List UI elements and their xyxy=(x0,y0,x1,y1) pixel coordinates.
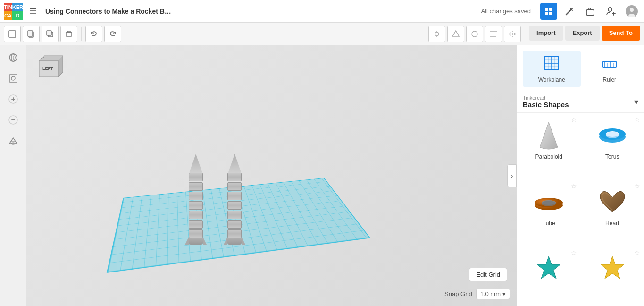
briefcase-icon xyxy=(585,7,595,16)
import-button[interactable]: Import xyxy=(529,26,563,41)
svg-rect-0 xyxy=(545,8,548,11)
collapse-panel-button[interactable]: › xyxy=(507,164,517,187)
svg-rect-35 xyxy=(9,75,17,82)
svg-marker-70 xyxy=(601,256,624,279)
shape-tube[interactable]: ☆ Tube xyxy=(517,179,581,246)
mirror-tool-button[interactable] xyxy=(504,26,521,42)
sendto-button[interactable]: Send To xyxy=(602,26,640,41)
star-yellow-icon xyxy=(596,252,629,285)
mirror-icon xyxy=(508,30,517,38)
star-teal-icon xyxy=(532,252,565,285)
zoom-out-button[interactable] xyxy=(5,111,22,128)
svg-text:LEFT: LEFT xyxy=(42,66,53,71)
torus-icon xyxy=(596,119,629,152)
save-status: All changes saved xyxy=(481,8,531,15)
shape-icon xyxy=(452,30,460,38)
svg-rect-14 xyxy=(9,31,16,37)
shape-library-meta: Tinkercad xyxy=(523,95,569,101)
right-panel: Workplane Ruler Tinkercad B xyxy=(517,45,644,306)
shape-star-teal[interactable]: ☆ xyxy=(517,246,581,306)
star-teal-favorite[interactable]: ☆ xyxy=(571,249,577,256)
svg-rect-18 xyxy=(47,31,51,35)
shape-paraboloid[interactable]: ☆ Paraboloid xyxy=(517,113,581,179)
fit-icon xyxy=(8,73,18,84)
snap-grid-select[interactable]: 1.0 mm ▾ xyxy=(476,289,510,299)
tube-favorite[interactable]: ☆ xyxy=(571,182,577,190)
home-view-button[interactable] xyxy=(5,49,22,66)
viewport[interactable]: LEFT T xyxy=(26,45,517,306)
rocket-body-1 xyxy=(189,173,203,238)
light-icon xyxy=(433,30,441,38)
add-user-button[interactable] xyxy=(602,3,619,20)
avatar-button[interactable] xyxy=(623,3,640,20)
rocket-body-2 xyxy=(227,173,242,238)
grid-icon xyxy=(544,7,553,16)
shape-library-dropdown[interactable]: ▾ xyxy=(634,97,638,107)
toolbar-right: Import Export Send To xyxy=(428,26,640,42)
svg-point-68 xyxy=(542,201,556,206)
new-design-button[interactable] xyxy=(4,26,21,42)
zoom-out-icon xyxy=(8,115,18,125)
rocket-2 xyxy=(223,154,246,245)
copy-paste-button[interactable] xyxy=(23,26,40,42)
panel-tabs: Workplane Ruler xyxy=(517,45,644,87)
duplicate-button[interactable] xyxy=(42,26,59,42)
delete-button[interactable] xyxy=(60,26,77,42)
redo-icon xyxy=(109,30,117,38)
ruler-tab-icon xyxy=(601,55,618,75)
perspective-button[interactable] xyxy=(5,132,22,149)
new-design-icon xyxy=(8,30,17,38)
shape-star-yellow[interactable]: ☆ xyxy=(581,246,644,306)
grid-view-button[interactable] xyxy=(540,3,557,20)
svg-point-64 xyxy=(606,132,619,138)
light-tool-button[interactable] xyxy=(428,26,445,42)
svg-rect-3 xyxy=(549,12,552,15)
rocket-nose-1 xyxy=(189,154,202,173)
tinkercad-logo: TIN KER CA D xyxy=(4,3,21,20)
undo-button[interactable] xyxy=(85,26,102,42)
shape-heart[interactable]: ☆ Heart xyxy=(581,179,644,246)
main-content: LEFT T xyxy=(0,45,644,306)
zoom-in-button[interactable] xyxy=(5,91,22,108)
workplane-tab-label: Workplane xyxy=(538,76,565,83)
svg-point-26 xyxy=(472,31,477,37)
circle-tool-button[interactable] xyxy=(466,26,483,42)
ruler-tab-label: Ruler xyxy=(602,76,616,83)
shape-tool-button[interactable] xyxy=(447,26,464,42)
briefcase-button[interactable] xyxy=(582,3,599,20)
align-tool-button[interactable] xyxy=(485,26,502,42)
edit-grid-button[interactable]: Edit Grid xyxy=(469,268,507,281)
star-yellow-favorite[interactable]: ☆ xyxy=(634,249,640,256)
tab-workplane[interactable]: Workplane xyxy=(523,51,581,87)
export-button[interactable]: Export xyxy=(565,26,600,41)
snap-grid-bar: Snap Grid 1.0 mm ▾ xyxy=(444,289,510,299)
shape-torus[interactable]: ☆ Torus xyxy=(581,113,644,179)
svg-point-8 xyxy=(608,8,612,11)
paraboloid-favorite[interactable]: ☆ xyxy=(571,116,577,123)
heart-icon xyxy=(596,185,629,218)
heart-label: Heart xyxy=(605,220,619,227)
svg-line-4 xyxy=(566,9,571,15)
menu-button[interactable]: ☰ xyxy=(25,3,42,20)
rocket-nose-2 xyxy=(228,154,241,173)
toolbar: Import Export Send To xyxy=(0,23,644,45)
svg-point-20 xyxy=(435,32,439,36)
tube-label: Tube xyxy=(543,220,555,227)
heart-favorite[interactable]: ☆ xyxy=(634,182,640,190)
torus-favorite[interactable]: ☆ xyxy=(634,116,640,123)
pickaxe-button[interactable] xyxy=(561,3,578,20)
orientation-cube[interactable]: LEFT T xyxy=(32,51,65,84)
workplane-tab-icon xyxy=(543,55,560,75)
svg-point-12 xyxy=(630,8,634,12)
copy-paste-icon xyxy=(27,30,35,38)
tab-ruler[interactable]: Ruler xyxy=(581,51,639,87)
perspective-icon xyxy=(8,136,18,146)
fit-view-button[interactable] xyxy=(5,70,22,87)
tube-icon xyxy=(532,185,565,218)
left-panel xyxy=(0,45,26,306)
shapes-grid: ☆ Paraboloid ☆ xyxy=(517,113,644,306)
home-icon xyxy=(8,52,18,63)
svg-rect-1 xyxy=(549,8,552,11)
svg-marker-25 xyxy=(452,31,459,36)
redo-button[interactable] xyxy=(104,26,121,42)
